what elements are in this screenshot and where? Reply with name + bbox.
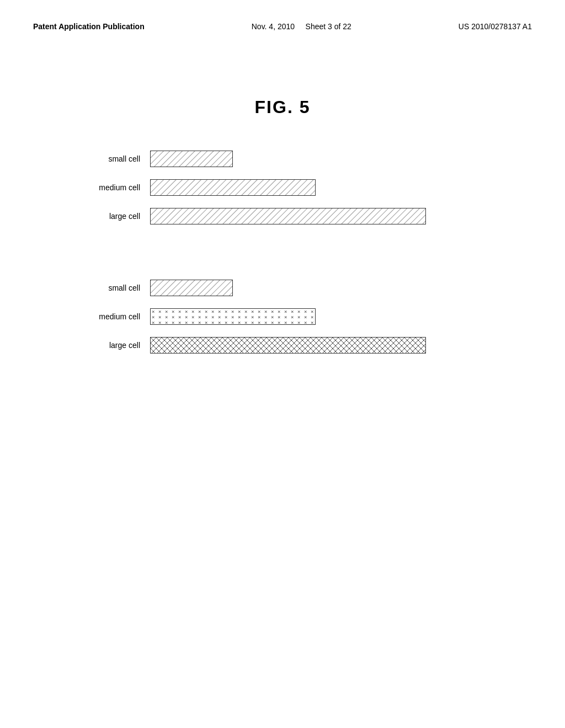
section1-medium-cell-label: medium cell bbox=[89, 183, 150, 192]
section2-medium-cell-row: medium cell × bbox=[89, 308, 476, 325]
diagram-section-2: small cell medium cell bbox=[89, 280, 476, 354]
section2-small-cell-bar bbox=[150, 280, 233, 296]
section1-small-cell-bar bbox=[150, 151, 233, 167]
svg-rect-9 bbox=[151, 309, 315, 324]
svg-rect-12 bbox=[151, 338, 425, 353]
section1-medium-cell-row: medium cell bbox=[89, 179, 476, 196]
section1-small-cell-row: small cell bbox=[89, 151, 476, 167]
svg-rect-5 bbox=[151, 208, 425, 224]
header-publication-label: Patent Application Publication bbox=[33, 22, 145, 31]
section2-small-cell-row: small cell bbox=[89, 280, 476, 296]
svg-rect-7 bbox=[151, 280, 232, 296]
section1-medium-cell-bar bbox=[150, 179, 316, 196]
section2-large-cell-row: large cell bbox=[89, 337, 476, 354]
section2-medium-cell-label: medium cell bbox=[89, 312, 150, 321]
section2-small-cell-label: small cell bbox=[89, 283, 150, 292]
diagram-section-1: small cell medium cell bbox=[89, 151, 476, 224]
section1-large-cell-label: large cell bbox=[89, 212, 150, 221]
page: Patent Application Publication Nov. 4, 2… bbox=[0, 0, 565, 728]
svg-rect-1 bbox=[151, 151, 232, 167]
section1-large-cell-bar bbox=[150, 208, 426, 224]
section1-small-cell-label: small cell bbox=[89, 154, 150, 163]
svg-rect-3 bbox=[151, 180, 315, 195]
header-sheet: Sheet 3 of 22 bbox=[306, 22, 351, 31]
header-patent-number: US 2010/0278137 A1 bbox=[459, 22, 532, 31]
section2-large-cell-bar bbox=[150, 337, 426, 354]
header-date-sheet: Nov. 4, 2010 Sheet 3 of 22 bbox=[252, 22, 351, 31]
header-date: Nov. 4, 2010 bbox=[252, 22, 295, 31]
section2-large-cell-label: large cell bbox=[89, 341, 150, 350]
section1-large-cell-row: large cell bbox=[89, 208, 476, 224]
page-header: Patent Application Publication Nov. 4, 2… bbox=[33, 22, 532, 31]
section2-medium-cell-bar: × bbox=[150, 308, 316, 325]
figure-title: FIG. 5 bbox=[33, 97, 532, 117]
section-gap bbox=[33, 258, 532, 280]
